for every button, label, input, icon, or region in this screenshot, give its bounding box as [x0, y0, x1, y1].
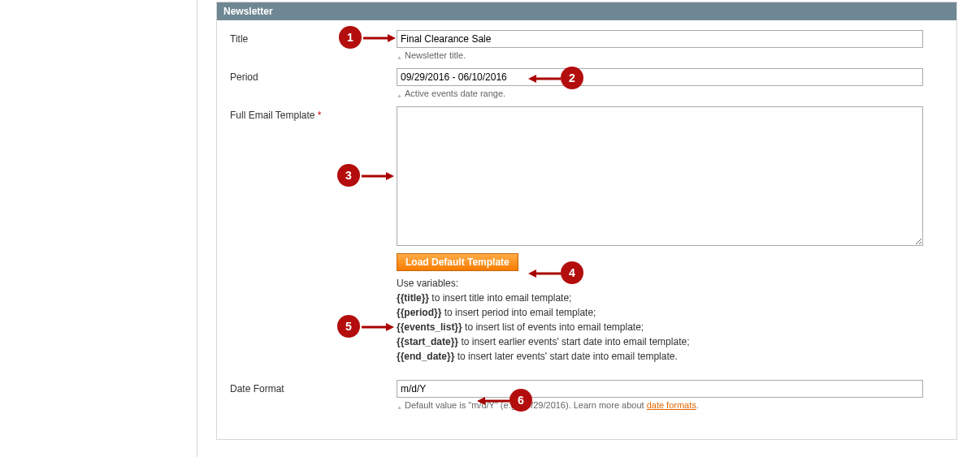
var-desc-0: to insert title into email template; [429, 292, 571, 304]
svg-marker-7 [528, 269, 536, 278]
newsletter-panel: Newsletter Title Newsletter title. Perio… [216, 2, 957, 440]
label-template-text: Full Email Template [230, 110, 314, 121]
template-textarea[interactable] [397, 106, 923, 246]
svg-marker-5 [386, 172, 394, 180]
var-token-3: {{start_date}} [397, 336, 458, 347]
var-line-0: {{title}} to insert title into email tem… [397, 291, 943, 305]
var-token-0: {{title}} [397, 292, 429, 304]
title-hint: Newsletter title. [397, 50, 943, 62]
var-desc-1: to insert period into email template; [441, 307, 596, 318]
var-desc-3: to insert earlier events' start date int… [458, 336, 689, 347]
var-line-1: {{period}} to insert period into email t… [397, 305, 943, 320]
title-input[interactable] [397, 30, 923, 48]
required-indicator: * [318, 110, 322, 121]
svg-marker-1 [388, 34, 396, 42]
annotation-badge-1: 1 [339, 26, 362, 49]
var-desc-4: to insert later events' start date into … [454, 351, 677, 362]
label-template: Full Email Template * [230, 106, 397, 121]
svg-marker-9 [386, 323, 394, 331]
label-dateformat: Date Format [230, 380, 397, 394]
annotation-arrow-5 [362, 323, 394, 331]
var-token-4: {{end_date}} [397, 351, 454, 362]
period-hint: Active events date range. [397, 88, 943, 100]
date-formats-link[interactable]: date formats [647, 400, 696, 410]
label-period: Period [230, 68, 397, 83]
var-token-2: {{events_list}} [397, 321, 462, 333]
period-input[interactable] [397, 68, 923, 86]
panel-body: Title Newsletter title. Period Active ev… [217, 20, 956, 439]
annotation-badge-3: 3 [337, 164, 360, 187]
annotation-badge-5: 5 [337, 315, 360, 338]
row-title: Title Newsletter title. [230, 30, 943, 62]
dateformat-input[interactable] [397, 380, 923, 398]
row-dateformat: Date Format Default value is "m/d/Y" (e.… [230, 380, 943, 412]
annotation-badge-6: 6 [510, 389, 532, 412]
dateformat-hint-post: . [696, 400, 699, 410]
panel-header: Newsletter [217, 2, 956, 20]
page-root: Newsletter Title Newsletter title. Perio… [0, 0, 980, 457]
annotation-arrow-2 [528, 75, 561, 83]
svg-marker-3 [528, 75, 536, 83]
annotation-arrow-1 [363, 34, 396, 42]
variables-help: Use variables: {{title}} to insert title… [397, 276, 943, 364]
var-desc-2: to insert list of events into email temp… [462, 321, 644, 333]
annotation-arrow-3 [362, 172, 394, 180]
row-period: Period Active events date range. [230, 68, 943, 100]
left-divider [197, 0, 197, 457]
load-default-template-button[interactable]: Load Default Template [397, 253, 518, 271]
annotation-badge-2: 2 [561, 67, 583, 89]
annotation-badge-4: 4 [561, 261, 583, 284]
vars-intro: Use variables: [397, 276, 943, 291]
var-line-2: {{events_list}} to insert list of events… [397, 320, 943, 334]
svg-marker-11 [477, 397, 485, 405]
var-token-1: {{period}} [397, 307, 441, 318]
var-line-4: {{end_date}} to insert later events' sta… [397, 349, 943, 364]
panel-title: Newsletter [223, 6, 273, 17]
var-line-3: {{start_date}} to insert earlier events'… [397, 334, 943, 349]
annotation-arrow-4 [528, 269, 561, 278]
annotation-arrow-6 [477, 397, 510, 405]
